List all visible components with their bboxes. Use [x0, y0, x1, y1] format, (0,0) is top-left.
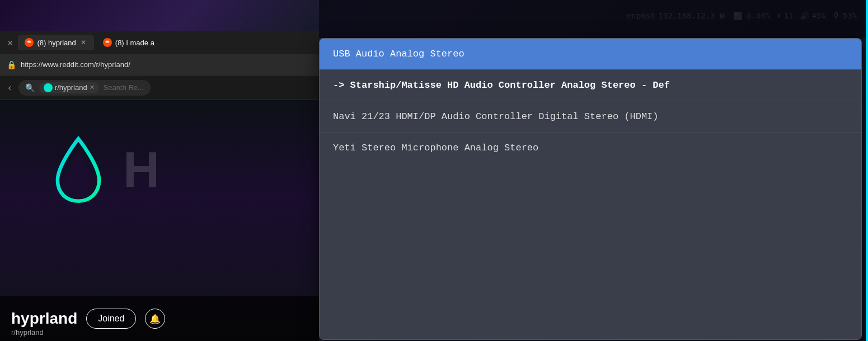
- dropdown-item-usb-audio[interactable]: USB Audio Analog Stereo: [320, 39, 861, 70]
- svg-point-3: [105, 41, 109, 43]
- subreddit-bottom-bar: hyprland Joined 🔔 r/hyprland: [0, 296, 319, 341]
- tab2-title: (8) I made a: [115, 39, 154, 47]
- nav-back-btn[interactable]: ‹: [7, 82, 13, 93]
- audio-device-dropdown: USB Audio Analog Stereo -> Starship/Mati…: [319, 38, 862, 340]
- right-border-accent: [866, 0, 868, 341]
- toolbar-row: ‹ 🔍 r/hyprland ✕ Search Re...: [0, 75, 319, 100]
- browser-window: ✕ (8) hyprland ✕ (8) I: [0, 0, 319, 341]
- svg-point-1: [27, 41, 31, 43]
- subreddit-display-name: hyprland: [11, 310, 77, 328]
- subreddit-icon: [44, 83, 53, 92]
- top-right-bg: [319, 0, 868, 38]
- browser-chrome: ✕ (8) hyprland ✕ (8) I: [0, 31, 319, 100]
- hyprland-logo-area: H: [45, 134, 159, 206]
- tab1-x-btn[interactable]: ✕: [79, 39, 87, 46]
- tab1-favicon: [25, 38, 34, 47]
- dropdown-item-starship[interactable]: -> Starship/Matisse HD Audio Controller …: [320, 70, 861, 101]
- hyprland-logo-svg: [45, 134, 112, 206]
- tab-hyprland[interactable]: (8) hyprland ✕: [18, 35, 93, 50]
- hypr-letter-h: H: [123, 141, 159, 199]
- subreddit-pill[interactable]: r/hyprland ✕: [39, 82, 99, 93]
- bell-icon: 🔔: [149, 314, 161, 324]
- subreddit-label: r/hyprland: [55, 83, 87, 92]
- subreddit-path: r/hyprland: [11, 328, 44, 337]
- tab-imade[interactable]: (8) I made a: [96, 35, 161, 50]
- tab1-title: (8) hyprland: [37, 39, 76, 47]
- tab2-favicon: [103, 38, 112, 47]
- search-placeholder: Search Re...: [104, 83, 144, 92]
- lock-icon: 🔒: [7, 60, 16, 69]
- search-icon: 🔍: [25, 83, 35, 92]
- joined-button[interactable]: Joined: [86, 309, 136, 329]
- notification-bell-button[interactable]: 🔔: [145, 309, 165, 329]
- dropdown-item-yeti[interactable]: Yeti Stereo Microphone Analog Stereo: [320, 132, 861, 163]
- dropdown-item-navi[interactable]: Navi 21/23 HDMI/DP Audio Controller Digi…: [320, 101, 861, 132]
- pill-remove-btn[interactable]: ✕: [90, 84, 95, 91]
- tab1-close-x[interactable]: ✕: [4, 37, 16, 48]
- url-display[interactable]: https://www.reddit.com/r/hyprland/: [21, 60, 130, 69]
- search-bar-container[interactable]: 🔍 r/hyprland ✕ Search Re...: [18, 80, 151, 96]
- address-bar: 🔒 https://www.reddit.com/r/hyprland/: [0, 54, 319, 75]
- tab-bar: ✕ (8) hyprland ✕ (8) I: [0, 31, 319, 54]
